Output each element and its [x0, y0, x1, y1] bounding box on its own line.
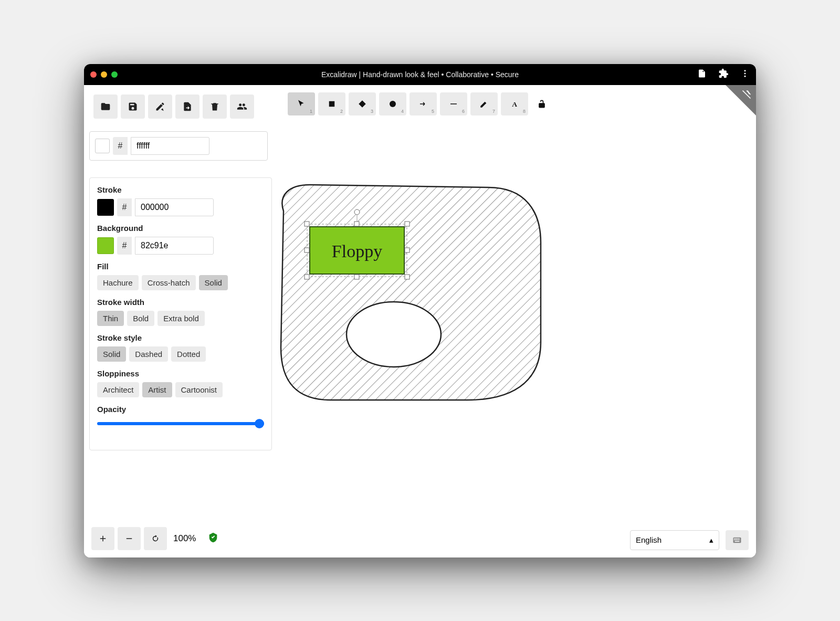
maximize-window-button[interactable] — [111, 71, 118, 78]
keyboard-shortcuts-button[interactable] — [726, 530, 749, 550]
stroke-width-extra-bold[interactable]: Extra bold — [158, 311, 205, 326]
stroke-style-dotted[interactable]: Dotted — [171, 346, 206, 362]
svg-point-1 — [744, 72, 746, 74]
stroke-width-options: Thin Bold Extra bold — [97, 311, 264, 326]
close-window-button[interactable] — [90, 71, 97, 78]
opacity-slider[interactable] — [97, 422, 264, 425]
zoom-out-button[interactable] — [118, 527, 141, 550]
svg-rect-10 — [354, 275, 359, 279]
svg-rect-20 — [735, 538, 736, 539]
text-tool[interactable]: A8 — [501, 92, 528, 115]
stroke-width-label: Stroke width — [97, 298, 264, 307]
encryption-shield-icon[interactable] — [207, 532, 219, 545]
titlebar: Excalidraw | Hand-drawn look & feel • Co… — [84, 64, 756, 85]
stroke-style-options: Solid Dashed Dotted — [97, 346, 264, 362]
stroke-style-solid[interactable]: Solid — [97, 346, 126, 362]
opacity-label: Opacity — [97, 405, 264, 414]
app-window: Excalidraw | Hand-drawn look & feel • Co… — [84, 64, 756, 557]
sloppiness-artist[interactable]: Artist — [142, 382, 172, 397]
arrow-tool[interactable]: 5 — [410, 92, 437, 115]
rectangle-tool[interactable]: 2 — [318, 92, 345, 115]
file-icon[interactable] — [697, 69, 707, 80]
svg-rect-26 — [737, 539, 738, 540]
clear-button[interactable] — [148, 94, 172, 119]
background-label: Background — [97, 224, 264, 233]
svg-rect-21 — [737, 538, 738, 539]
svg-rect-9 — [304, 275, 309, 279]
delete-button[interactable] — [203, 94, 227, 119]
svg-point-2 — [744, 75, 746, 77]
canvas-bg-swatch[interactable] — [95, 139, 110, 153]
svg-rect-24 — [734, 539, 735, 540]
file-toolbar — [91, 92, 256, 121]
stroke-width-thin[interactable]: Thin — [97, 311, 124, 326]
svg-rect-28 — [739, 539, 740, 540]
svg-rect-5 — [354, 222, 359, 226]
sloppiness-cartoonist[interactable]: Cartoonist — [175, 382, 223, 397]
svg-rect-14 — [329, 101, 335, 107]
properties-panel[interactable]: Stroke # Background # Fill Hachure Cross… — [89, 177, 272, 450]
fill-solid[interactable]: Solid — [199, 275, 228, 290]
fill-hachure[interactable]: Hachure — [97, 275, 139, 290]
draw-tool[interactable]: 7 — [470, 92, 498, 115]
svg-point-12 — [354, 209, 360, 215]
hash-label: # — [113, 137, 128, 155]
canvas-bg-input[interactable] — [131, 137, 209, 155]
svg-rect-7 — [304, 248, 309, 252]
diamond-tool[interactable]: 3 — [349, 92, 376, 115]
svg-rect-11 — [405, 275, 410, 279]
stroke-swatch[interactable] — [97, 199, 114, 216]
svg-point-0 — [744, 70, 746, 71]
stroke-style-dashed[interactable]: Dashed — [129, 346, 168, 362]
minimize-window-button[interactable] — [101, 71, 107, 78]
chevron-up-icon: ▴ — [709, 535, 713, 545]
window-controls — [90, 71, 118, 78]
lock-button[interactable] — [531, 92, 552, 115]
line-tool[interactable]: 6 — [440, 92, 467, 115]
background-swatch[interactable] — [97, 237, 114, 254]
stroke-label: Stroke — [97, 185, 264, 194]
selection-tool[interactable]: 1 — [288, 92, 315, 115]
save-button[interactable] — [121, 94, 145, 119]
fill-cross-hatch[interactable]: Cross-hatch — [142, 275, 196, 290]
background-hex-input[interactable] — [135, 237, 214, 255]
zoom-level: 100% — [173, 533, 196, 544]
stroke-width-bold[interactable]: Bold — [127, 311, 154, 326]
window-title: Excalidraw | Hand-drawn look & feel • Co… — [321, 70, 519, 79]
ellipse-tool[interactable]: 4 — [379, 92, 406, 115]
svg-rect-4 — [304, 222, 309, 226]
fill-options: Hachure Cross-hatch Solid — [97, 275, 264, 290]
app-content: Floppy — [84, 85, 756, 557]
export-button[interactable] — [175, 94, 200, 119]
svg-point-15 — [390, 101, 396, 107]
zoom-reset-button[interactable] — [144, 527, 167, 550]
collaborate-button[interactable] — [230, 94, 254, 119]
open-button[interactable] — [93, 94, 118, 119]
sloppiness-label: Sloppiness — [97, 369, 264, 378]
extensions-icon[interactable] — [718, 68, 729, 81]
zoom-in-button[interactable] — [91, 527, 114, 550]
drawn-shape-hole[interactable] — [346, 302, 441, 367]
sloppiness-architect[interactable]: Architect — [97, 382, 139, 397]
svg-text:A: A — [512, 100, 517, 108]
canvas-bg-panel: # — [89, 131, 268, 161]
shape-toolbar: 1 2 3 4 5 6 7 A8 — [288, 92, 552, 115]
svg-rect-29 — [735, 541, 740, 542]
language-value: English — [636, 535, 662, 544]
stroke-hex-input[interactable] — [135, 198, 214, 216]
language-select[interactable]: English ▴ — [630, 530, 719, 550]
background-hash: # — [117, 237, 132, 255]
svg-rect-8 — [405, 248, 410, 252]
menu-icon[interactable] — [740, 69, 750, 80]
selected-text[interactable]: Floppy — [332, 241, 382, 261]
fill-label: Fill — [97, 262, 264, 271]
drawn-shape-blob[interactable] — [281, 185, 541, 400]
svg-rect-25 — [735, 539, 736, 540]
svg-rect-22 — [738, 538, 739, 539]
stroke-style-label: Stroke style — [97, 333, 264, 342]
zoom-controls: 100% — [91, 527, 219, 550]
svg-rect-19 — [734, 538, 735, 539]
github-corner[interactable] — [726, 85, 756, 115]
svg-rect-23 — [739, 538, 740, 539]
svg-rect-6 — [405, 222, 410, 226]
